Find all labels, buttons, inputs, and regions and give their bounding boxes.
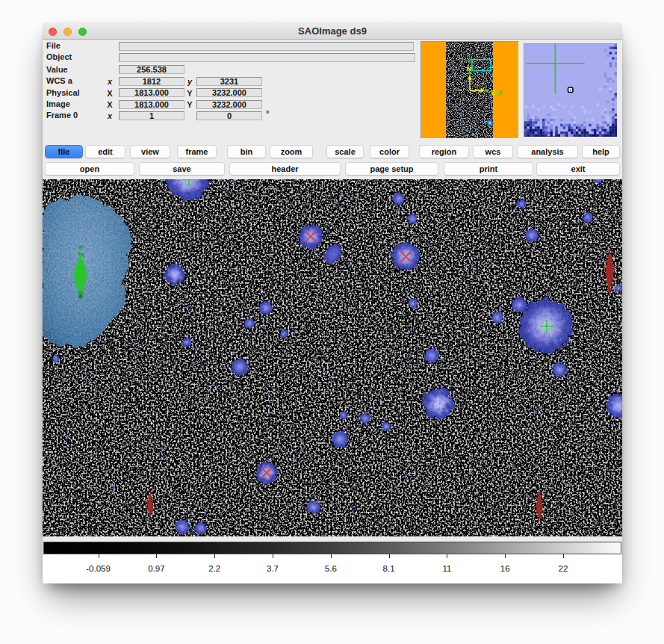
svg-text:E: E — [491, 89, 496, 96]
svg-text:Y: Y — [468, 57, 472, 64]
svg-text:N: N — [467, 65, 472, 72]
svg-text:X: X — [498, 89, 503, 96]
